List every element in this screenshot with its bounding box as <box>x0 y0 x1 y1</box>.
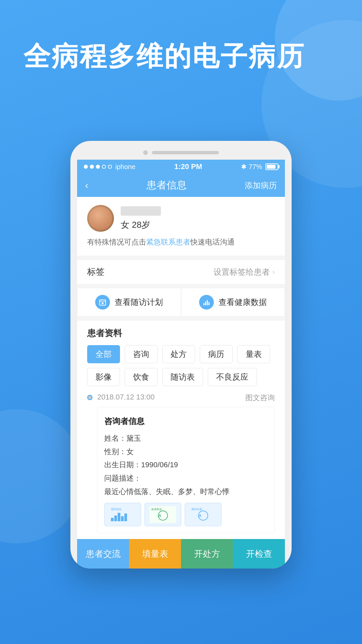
phone-notch <box>152 151 219 154</box>
signal-dot-2 <box>90 165 94 169</box>
filter-tab-history[interactable]: 病历 <box>200 345 233 363</box>
contact-prefix: 有特殊情况可点击 <box>87 238 146 246</box>
hero-title: 全病程多维的电子病历 <box>23 40 305 72</box>
prescribe-label: 开处方 <box>194 548 220 560</box>
svg-rect-9 <box>118 513 120 521</box>
records-title: 患者资料 <box>87 327 275 339</box>
svg-text:测评报告: 测评报告 <box>111 508 122 511</box>
signal-dot-1 <box>84 165 88 169</box>
status-bar: iphone 1:20 PM ✱ 77% <box>77 160 285 174</box>
patient-info-row: 女 28岁 <box>87 205 275 232</box>
tags-row[interactable]: 标签 设置标签给患者 › <box>77 260 285 284</box>
timeline-type: 图文咨询 <box>245 393 275 403</box>
battery-fill <box>267 165 276 169</box>
thumb-inner-3: A 测评结果 <box>185 503 221 526</box>
nav-title: 患者信息 <box>146 178 187 192</box>
avatar <box>87 205 114 232</box>
timeline-item: 2018.07.12 13:00 图文咨询 咨询者信息 姓名：黛玉 性别：女 出… <box>87 393 275 533</box>
chevron-right-icon: › <box>273 268 275 276</box>
phone-content: 女 28岁 有特殊情况可点击紧急联系患者快速电话沟通 标签 设置标签给患者 › <box>77 197 285 539</box>
record-card-content: 姓名：黛玉 性别：女 出生日期：1990/06/19 问题描述： 最近心情低落、… <box>104 432 268 498</box>
svg-rect-11 <box>124 514 127 521</box>
battery-icon <box>265 163 278 170</box>
fill-scale-button[interactable]: 填量表 <box>129 539 181 569</box>
nav-add-history-button[interactable]: 添加病历 <box>245 180 277 191</box>
svg-text:测评结果: 测评结果 <box>191 508 202 511</box>
record-card-title: 咨询者信息 <box>104 414 268 428</box>
svg-rect-7 <box>111 518 114 521</box>
thumb-inner-2: A 健康数据 <box>145 503 181 526</box>
record-image-3[interactable]: A 测评结果 <box>185 503 222 526</box>
svg-rect-8 <box>114 516 117 521</box>
record-image-1[interactable]: 测评报告 <box>104 503 141 526</box>
filter-tab-followup-form[interactable]: 随访表 <box>162 368 203 386</box>
tags-set-button[interactable]: 设置标签给患者 › <box>214 267 275 277</box>
signal-empty-2 <box>108 165 112 169</box>
patient-chat-label: 患者交流 <box>86 548 121 560</box>
followup-plan-button[interactable]: 查看随访计划 <box>77 288 181 317</box>
carrier-label: iphone <box>115 163 135 171</box>
record-images: 测评报告 A <box>104 503 268 526</box>
avatar-image <box>87 205 114 232</box>
patient-gender-age: 女 28岁 <box>121 219 275 231</box>
filter-tabs: 全部 咨询 处方 病历 量表 影像 饮食 随访表 不良反应 <box>87 345 275 386</box>
filter-tab-prescription[interactable]: 处方 <box>162 345 195 363</box>
nav-back-button[interactable]: ‹ <box>85 180 88 191</box>
svg-text:健康数据: 健康数据 <box>151 508 162 511</box>
avatar-face <box>89 207 112 230</box>
health-icon <box>199 295 214 310</box>
examination-label: 开检查 <box>246 548 272 560</box>
bluetooth-icon: ✱ <box>241 163 247 171</box>
filter-tab-all[interactable]: 全部 <box>87 345 120 363</box>
record-card: 咨询者信息 姓名：黛玉 性别：女 出生日期：1990/06/19 问题描述： 最… <box>97 407 275 533</box>
timeline-dot <box>87 395 93 400</box>
prescribe-button[interactable]: 开处方 <box>181 539 233 569</box>
signal-empty-1 <box>102 165 106 169</box>
health-data-label: 查看健康数据 <box>219 297 267 308</box>
bottom-action-bar: 患者交流 填量表 开处方 开检查 <box>77 539 285 569</box>
followup-plan-label: 查看随访计划 <box>115 297 163 308</box>
thumb-inner-1: 测评报告 <box>105 503 141 526</box>
phone-mockup: iphone 1:20 PM ✱ 77% ‹ 患者信息 添加病历 <box>70 141 292 569</box>
status-left: iphone <box>84 163 135 171</box>
timeline-meta: 2018.07.12 13:00 图文咨询 <box>97 393 275 403</box>
filter-tab-diet[interactable]: 饮食 <box>125 368 158 386</box>
signal-dot-3 <box>96 165 100 169</box>
svg-rect-10 <box>121 516 124 521</box>
patient-card: 女 28岁 有特殊情况可点击紧急联系患者快速电话沟通 <box>77 197 285 256</box>
phone-top-bar <box>77 150 285 155</box>
filter-tab-imaging[interactable]: 影像 <box>87 368 120 386</box>
examination-button[interactable]: 开检查 <box>233 539 285 569</box>
contact-suffix: 快速电话沟通 <box>190 238 235 246</box>
patient-chat-button[interactable]: 患者交流 <box>77 539 129 569</box>
svg-text:A: A <box>159 514 161 518</box>
svg-text:A: A <box>199 514 201 518</box>
record-image-2[interactable]: A 健康数据 <box>144 503 181 526</box>
timeline-date: 2018.07.12 13:00 <box>97 393 155 403</box>
patient-name-blurred <box>121 206 161 216</box>
svg-point-1 <box>102 302 104 304</box>
phone-dot <box>143 150 148 155</box>
filter-tab-adverse[interactable]: 不良反应 <box>208 368 257 386</box>
followup-icon <box>95 295 110 310</box>
tags-set-label: 设置标签给患者 <box>214 267 270 277</box>
records-section: 患者资料 全部 咨询 处方 病历 量表 影像 饮食 随访表 不良反应 <box>77 321 285 539</box>
svg-rect-4 <box>207 300 208 305</box>
filter-tab-scale[interactable]: 量表 <box>237 345 270 363</box>
phone-body: iphone 1:20 PM ✱ 77% ‹ 患者信息 添加病历 <box>70 141 292 569</box>
svg-rect-2 <box>203 303 204 305</box>
nav-bar: ‹ 患者信息 添加病历 <box>77 174 285 197</box>
fill-scale-label: 填量表 <box>142 548 168 560</box>
patient-contact: 有特殊情况可点击紧急联系患者快速电话沟通 <box>87 236 275 248</box>
svg-rect-3 <box>205 302 206 305</box>
patient-name-info: 女 28岁 <box>121 206 275 231</box>
health-data-button[interactable]: 查看健康数据 <box>181 288 285 317</box>
status-time: 1:20 PM <box>174 162 202 171</box>
action-buttons: 查看随访计划 查看健康数据 <box>77 288 285 317</box>
emergency-contact-link[interactable]: 紧急联系患者 <box>146 238 190 246</box>
status-right: ✱ 77% <box>241 163 278 171</box>
filter-tab-consult[interactable]: 咨询 <box>125 345 158 363</box>
battery-percent: 77% <box>249 163 262 171</box>
svg-rect-5 <box>208 302 209 305</box>
tags-label: 标签 <box>87 266 105 278</box>
